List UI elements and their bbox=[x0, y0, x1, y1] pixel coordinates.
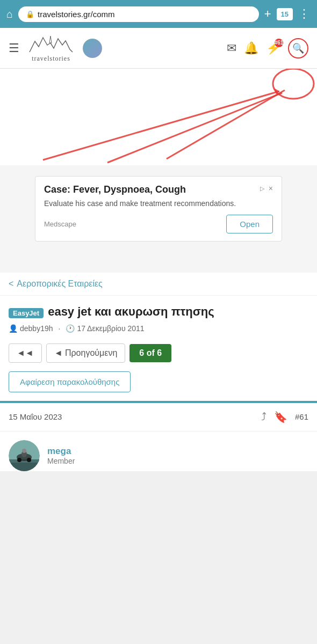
post-title: easy jet και ακυρωση πτησης bbox=[48, 305, 214, 318]
search-icon: 🔍 bbox=[292, 42, 304, 54]
share-icon[interactable]: ⤴ bbox=[261, 411, 266, 423]
current-page-button[interactable]: 6 of 6 bbox=[129, 344, 171, 362]
ad-card: Case: Fever, Dyspnoea, Cough ▷ × Evaluat… bbox=[35, 176, 282, 241]
svg-point-11 bbox=[27, 458, 31, 462]
ad-sponsored-icon: ▷ bbox=[260, 185, 264, 192]
notification-bell-icon[interactable]: 🔔 bbox=[244, 41, 258, 55]
post-title-area: EasyJeteasy jet και ακυρωση πτησης 👤 deb… bbox=[0, 296, 317, 338]
clock-icon: 🕐 bbox=[66, 324, 75, 333]
browser-chrome: ⌂ 🔒 travelstories.gr/comm + 15 ⋮ bbox=[0, 0, 317, 28]
annotation-arrows-svg bbox=[0, 69, 317, 165]
comment-date: 15 Μαΐου 2023 bbox=[9, 412, 62, 421]
breadcrumb-back-chevron[interactable]: < bbox=[9, 279, 13, 289]
comment-number: #61 bbox=[295, 412, 308, 421]
lightning-icon[interactable]: ⚡ #61 bbox=[266, 41, 280, 55]
svg-point-13 bbox=[22, 449, 26, 453]
ad-source: Medscape bbox=[44, 220, 76, 228]
ad-open-button[interactable]: Open bbox=[226, 215, 273, 233]
post-author-meta: 👤 debby19h bbox=[9, 324, 53, 333]
notification-badge: #61 bbox=[275, 39, 283, 47]
svg-line-2 bbox=[43, 91, 279, 160]
pagination-row: ◄◄ ◄ Προηγούμενη 6 of 6 bbox=[0, 338, 317, 368]
unfollow-button[interactable]: Αφαίρεση παρακολούθησης bbox=[9, 371, 131, 392]
post-date: 17 Δεκεμβρίου 2011 bbox=[77, 324, 144, 333]
ad-title: Case: Fever, Dyspnoea, Cough bbox=[44, 184, 256, 195]
arrow-annotation-overlay bbox=[0, 69, 317, 165]
breadcrumb: < Αεροπορικές Εταιρείες bbox=[0, 273, 317, 296]
comment-actions: ⤴ 🔖 #61 bbox=[261, 411, 308, 423]
first-page-button[interactable]: ◄◄ bbox=[9, 343, 42, 363]
url-text: travelstories.gr/comm bbox=[38, 10, 251, 19]
svg-line-4 bbox=[167, 90, 285, 159]
site-logo[interactable]: travelstories bbox=[27, 33, 75, 63]
author-name[interactable]: mega bbox=[47, 446, 75, 457]
hamburger-menu-icon[interactable]: ☰ bbox=[9, 41, 19, 55]
ad-description: Evaluate his case and make treatment rec… bbox=[44, 199, 273, 209]
url-bar[interactable]: 🔒 travelstories.gr/comm bbox=[18, 6, 259, 22]
author-avatar-svg bbox=[9, 440, 40, 471]
follow-row: Αφαίρεση παρακολούθησης bbox=[0, 368, 317, 401]
search-button[interactable]: 🔍 bbox=[288, 38, 308, 58]
new-tab-button[interactable]: + bbox=[264, 7, 271, 21]
ad-close-icon[interactable]: × bbox=[269, 184, 273, 193]
post-author: debby19h bbox=[20, 324, 53, 333]
post-date-meta: 🕐 17 Δεκεμβρίου 2011 bbox=[66, 324, 144, 333]
mail-icon[interactable]: ✉ bbox=[227, 41, 236, 55]
author-info: mega Member bbox=[47, 446, 75, 465]
user-icon: 👤 bbox=[9, 324, 18, 333]
bookmark-icon[interactable]: 🔖 bbox=[274, 411, 287, 423]
author-role: Member bbox=[47, 457, 75, 465]
comment-entry-header: 15 Μαΐου 2023 ⤴ 🔖 #61 bbox=[0, 403, 317, 431]
svg-point-10 bbox=[17, 458, 21, 462]
lock-icon: 🔒 bbox=[26, 10, 34, 18]
logo-text: travelstories bbox=[32, 55, 70, 63]
main-content: < Αεροπορικές Εταιρείες EasyJeteasy jet … bbox=[0, 273, 317, 471]
logo-svg bbox=[27, 33, 75, 55]
post-meta: 👤 debby19h · 🕐 17 Δεκεμβρίου 2011 bbox=[9, 324, 308, 333]
browser-menu-button[interactable]: ⋮ bbox=[298, 7, 311, 21]
breadcrumb-link[interactable]: Αεροπορικές Εταιρείες bbox=[17, 279, 102, 289]
svg-marker-0 bbox=[49, 36, 52, 43]
prev-page-button[interactable]: ◄ Προηγούμενη bbox=[46, 343, 126, 363]
home-icon[interactable]: ⌂ bbox=[6, 8, 13, 20]
author-avatar[interactable] bbox=[9, 440, 40, 471]
ad-section: Case: Fever, Dyspnoea, Cough ▷ × Evaluat… bbox=[0, 165, 317, 273]
site-header: ☰ travelstories ✉ 🔔 ⚡ #61 🔍 bbox=[0, 28, 317, 69]
comment-author-area: mega Member bbox=[0, 431, 317, 471]
tab-count-badge[interactable]: 15 bbox=[277, 8, 293, 20]
post-tag-badge[interactable]: EasyJet bbox=[9, 308, 44, 318]
user-avatar[interactable] bbox=[83, 39, 102, 58]
svg-line-3 bbox=[107, 93, 282, 163]
